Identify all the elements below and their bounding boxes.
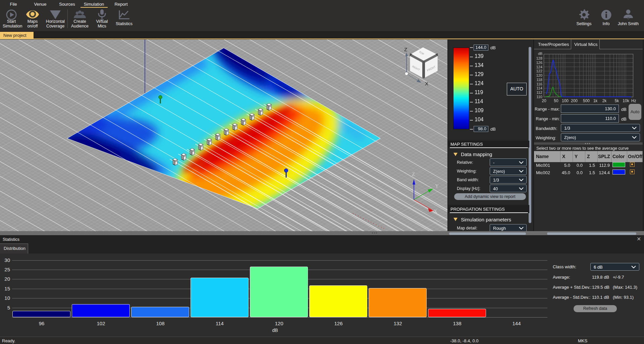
svg-text:Z: Z bbox=[412, 171, 415, 177]
svg-text:X: X bbox=[425, 81, 428, 86]
svg-text:Z: Z bbox=[404, 47, 407, 52]
svg-text:Y: Y bbox=[435, 183, 439, 189]
svg-text:X: X bbox=[434, 209, 437, 214]
